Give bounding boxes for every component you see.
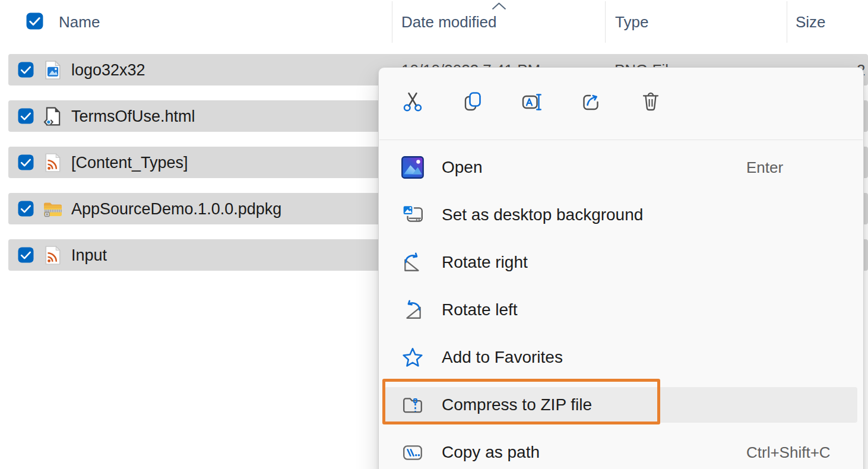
menu-item-label: Compress to ZIP file: [442, 395, 592, 414]
rotate-left-icon: [401, 299, 424, 321]
column-header-name[interactable]: Name: [59, 13, 100, 31]
delete-button[interactable]: [636, 87, 665, 116]
menu-item-rotate-left[interactable]: Rotate left: [385, 292, 857, 328]
desktop-background-icon: [401, 204, 424, 226]
delete-icon: [639, 90, 663, 113]
row-checkbox[interactable]: [18, 62, 34, 78]
file-name: TermsOfUse.html: [71, 107, 195, 125]
column-divider[interactable]: [392, 1, 392, 43]
zip-folder-icon: [43, 199, 63, 219]
cut-icon: [401, 90, 425, 113]
context-menu: Open Enter Set as desktop background Rot…: [378, 67, 864, 469]
menu-item-label: Open: [442, 158, 483, 177]
row-checkbox[interactable]: [18, 247, 34, 263]
photos-app-icon: [401, 156, 424, 179]
select-all-checkbox[interactable]: [26, 12, 43, 30]
xml-file-icon: [43, 153, 63, 173]
menu-item-shortcut: Ctrl+Shift+C: [746, 443, 831, 462]
file-name: Input: [71, 246, 107, 264]
menu-item-label: Rotate left: [442, 300, 518, 319]
menu-item-set-as-desktop-background[interactable]: Set as desktop background: [385, 197, 857, 233]
row-checkbox[interactable]: [18, 154, 34, 170]
menu-item-open[interactable]: Open Enter: [385, 150, 857, 185]
menu-divider: [379, 140, 863, 140]
html-file-icon: [43, 106, 63, 126]
share-button[interactable]: [577, 87, 606, 116]
menu-item-label: Set as desktop background: [442, 205, 643, 224]
file-list-header: Name Date modified Type Size: [0, 0, 868, 45]
menu-item-label: Add to Favorites: [442, 348, 563, 367]
menu-item-copy-as-path[interactable]: Copy as path Ctrl+Shift+C: [385, 435, 857, 469]
column-divider[interactable]: [605, 1, 606, 43]
cut-button[interactable]: [399, 87, 427, 116]
zip-compress-icon: [401, 394, 424, 416]
menu-item-label: Rotate right: [442, 253, 528, 272]
share-icon: [579, 90, 603, 113]
star-icon: [401, 346, 424, 369]
menu-item-rotate-right[interactable]: Rotate right: [385, 245, 857, 280]
menu-item-shortcut: Enter: [746, 159, 783, 177]
column-header-date-modified[interactable]: Date modified: [401, 13, 496, 31]
row-checkbox[interactable]: [18, 108, 34, 124]
sort-ascending-icon: [491, 2, 507, 11]
rename-button[interactable]: [518, 87, 546, 116]
copy-button[interactable]: [458, 87, 487, 116]
xml-file-icon: [43, 245, 63, 265]
file-name: AppSourceDemo.1.0.0.pdpkg: [71, 199, 281, 218]
copy-icon: [461, 90, 484, 113]
menu-item-label: Copy as path: [442, 443, 540, 462]
menu-item-add-to-favorites[interactable]: Add to Favorites: [385, 340, 857, 375]
path-icon: [401, 441, 424, 464]
column-divider[interactable]: [787, 1, 787, 43]
rename-icon: [520, 90, 544, 113]
row-checkbox[interactable]: [18, 201, 34, 217]
menu-item-compress-to-zip-file[interactable]: Compress to ZIP file: [385, 387, 857, 423]
file-name: logo32x32: [71, 61, 145, 79]
column-header-size[interactable]: Size: [796, 13, 826, 31]
rotate-right-icon: [401, 251, 424, 274]
file-name: [Content_Types]: [71, 153, 188, 172]
image-file-icon: [43, 60, 63, 80]
column-header-type[interactable]: Type: [615, 13, 648, 31]
